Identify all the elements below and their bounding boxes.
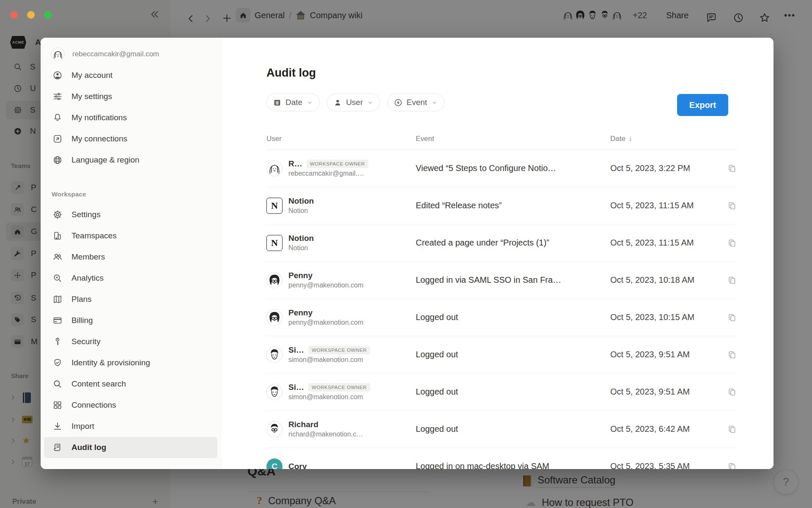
event-date: Oct 5, 2023, 11:15 AM — [610, 201, 694, 210]
sidebar-item-language-region[interactable]: Language & region — [44, 149, 217, 171]
globe-icon — [52, 155, 63, 165]
user-name: Penny — [288, 307, 313, 318]
copy-icon[interactable] — [727, 276, 737, 285]
copy-icon[interactable] — [727, 350, 737, 359]
sidebar-item-plans[interactable]: Plans — [44, 289, 217, 310]
chevron-down-icon — [431, 99, 438, 106]
sidebar-item-my-settings[interactable]: My settings — [44, 86, 217, 107]
table-row[interactable]: Richard richard@makenotion.c… Logged out… — [266, 411, 737, 448]
user-subtitle: Notion — [288, 206, 314, 215]
user-email: penny@makenotion.com — [288, 281, 363, 290]
sidebar-item-analytics[interactable]: Analytics — [44, 268, 217, 289]
sidebar-item-settings[interactable]: Settings — [44, 204, 217, 225]
account-avatar — [51, 47, 65, 61]
copy-icon[interactable] — [727, 201, 737, 210]
event-date: Oct 5, 2023, 10:18 AM — [610, 275, 694, 285]
user-filter-chip[interactable]: User — [327, 94, 380, 111]
export-button[interactable]: Export — [677, 94, 728, 116]
workspace-settings-menu: Settings Teamspaces Members Analytics Pl… — [44, 204, 217, 458]
search-icon — [52, 379, 63, 389]
user-name: Notion — [288, 196, 314, 206]
event-description: Edited “Release notes” — [416, 201, 610, 210]
sliders-icon — [52, 91, 63, 102]
event-description: Viewed “5 Steps to Configure Notio… — [416, 163, 610, 173]
user-name: Si… — [288, 382, 304, 392]
copy-icon[interactable] — [727, 462, 737, 469]
sidebar-item-my-account[interactable]: My account — [44, 65, 217, 86]
event-description: Logged out — [416, 350, 610, 359]
sidebar-item-teamspaces[interactable]: Teamspaces — [44, 225, 217, 246]
table-row[interactable]: Penny penny@makenotion.com Logged in via… — [266, 262, 737, 299]
user-email: richard@makenotion.c… — [288, 430, 363, 439]
map-icon — [52, 294, 63, 304]
minimize-window-button[interactable] — [27, 11, 35, 19]
copy-icon[interactable] — [727, 164, 737, 173]
table-row[interactable]: Si… WORKSPACE OWNER simon@makenotion.com… — [266, 336, 737, 373]
column-header-user[interactable]: User — [266, 135, 416, 143]
event-date: Oct 5, 2023, 9:51 AM — [610, 387, 690, 397]
event-date: Oct 5, 2023, 3:22 PM — [610, 163, 690, 173]
sidebar-item-my-notifications[interactable]: My notifications — [44, 107, 217, 128]
audit-log-table: User Event Date ↓ R… WORKSPACE O — [266, 128, 737, 469]
user-name: Penny — [288, 270, 313, 281]
event-date: Oct 5, 2023, 5:35 AM — [610, 461, 690, 469]
event-description: Created a page under “Projects (1)” — [416, 238, 610, 248]
event-description: Logged out — [416, 424, 610, 434]
filter-bar: Date User Event — [266, 94, 444, 111]
workspace-section-header: Workspace — [52, 190, 221, 198]
sort-descending-icon: ↓ — [628, 135, 632, 143]
column-header-date[interactable]: Date ↓ — [610, 135, 737, 143]
key-icon — [52, 337, 63, 347]
credit-card-icon — [52, 315, 63, 326]
sidebar-item-security[interactable]: Security — [44, 331, 217, 352]
settings-sidebar: rebeccamcakir@gmail.com My account My se… — [41, 38, 221, 469]
copy-icon[interactable] — [727, 313, 737, 322]
event-filter-chip[interactable]: Event — [387, 94, 444, 111]
table-row[interactable]: Penny penny@makenotion.com Logged out Oc… — [266, 299, 737, 336]
sidebar-item-my-connections[interactable]: My connections — [44, 128, 217, 149]
avatar — [266, 421, 283, 437]
event-date: Oct 5, 2023, 10:15 AM — [610, 312, 694, 322]
settings-modal: rebeccamcakir@gmail.com My account My se… — [41, 38, 774, 469]
sidebar-item-billing[interactable]: Billing — [44, 310, 217, 331]
notion-logo-avatar: N — [266, 235, 283, 251]
sidebar-item-audit-log[interactable]: Audit log — [44, 437, 217, 458]
account-row: rebeccamcakir@gmail.com — [51, 47, 221, 61]
account-email: rebeccamcakir@gmail.com — [72, 50, 159, 58]
magnifier-sparkle-icon — [52, 273, 63, 283]
user-name: Richard — [288, 419, 318, 430]
sidebar-item-content-search[interactable]: Content search — [44, 373, 217, 395]
event-description: Logged out — [416, 312, 610, 322]
table-row[interactable]: R… WORKSPACE OWNER rebeccamcakir@gmail.…… — [266, 150, 737, 187]
workspace-owner-badge: WORKSPACE OWNER — [308, 346, 370, 354]
lightning-circle-icon — [394, 98, 403, 107]
zoom-window-button[interactable] — [44, 11, 52, 19]
sidebar-item-connections[interactable]: Connections — [44, 395, 217, 416]
arrow-up-right-square-icon — [52, 134, 63, 144]
sidebar-item-identity-provisioning[interactable]: Identity & provisioning — [44, 352, 217, 373]
copy-icon[interactable] — [727, 238, 737, 248]
copy-icon[interactable] — [727, 425, 737, 434]
copy-icon[interactable] — [727, 387, 737, 397]
close-window-button[interactable] — [10, 11, 18, 19]
table-row[interactable]: N Notion Notion Created a page under “Pr… — [266, 224, 737, 262]
audit-log-panel: Audit log Date User Event Ex — [221, 38, 774, 469]
bell-icon — [52, 113, 63, 123]
sidebar-item-import[interactable]: Import — [44, 416, 217, 437]
table-row[interactable]: C Cory Logged in on mac-desktop via SAM … — [266, 448, 737, 469]
column-header-event[interactable]: Event — [416, 135, 610, 143]
avatar — [266, 347, 283, 363]
notion-app-window: ACME A S U S N Teams P C G — [0, 0, 812, 508]
person-icon — [333, 98, 342, 107]
table-row[interactable]: N Notion Notion Edited “Release notes” O… — [266, 187, 737, 224]
user-email: simon@makenotion.com — [288, 355, 370, 364]
table-row[interactable]: Si… WORKSPACE OWNER simon@makenotion.com… — [266, 373, 737, 411]
event-description: Logged in via SAML SSO in San Fra… — [416, 275, 610, 285]
avatar — [266, 272, 283, 288]
building-icon — [52, 231, 63, 241]
date-filter-chip[interactable]: Date — [266, 94, 320, 111]
workspace-owner-badge: WORKSPACE OWNER — [307, 160, 368, 168]
sidebar-item-members[interactable]: Members — [44, 246, 217, 268]
user-email: penny@makenotion.com — [288, 318, 363, 327]
avatar — [266, 384, 283, 400]
